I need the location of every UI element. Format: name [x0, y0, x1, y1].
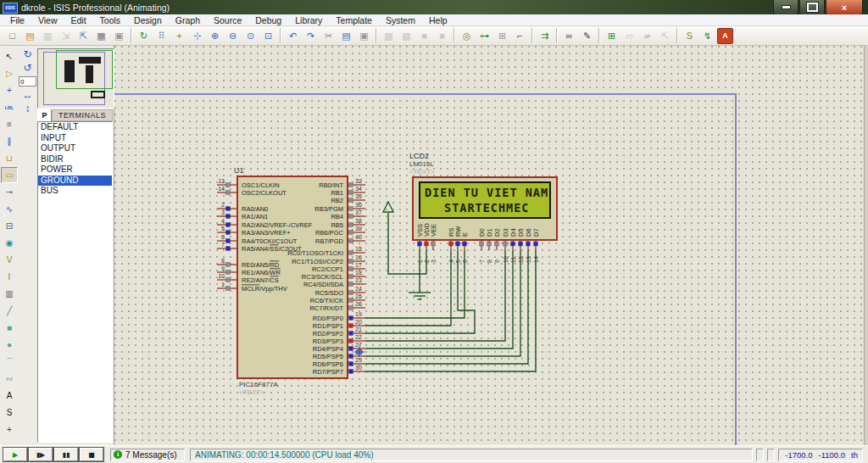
exit-to-parent-button[interactable]: ⇱: [657, 28, 673, 44]
toggle-grid-button[interactable]: ⠿: [153, 28, 170, 44]
junction-dot-mode-icon[interactable]: +: [1, 82, 18, 98]
cut-button[interactable]: ✂: [320, 28, 337, 44]
undo-button[interactable]: ↶: [285, 28, 301, 44]
virtual-instruments-mode-icon[interactable]: ▥: [1, 286, 18, 302]
power-terminal[interactable]: [383, 202, 393, 212]
save-design-button[interactable]: ▥: [40, 28, 56, 44]
message-panel[interactable]: i 7 Message(s): [110, 449, 185, 461]
current-probe-mode-icon[interactable]: I: [1, 269, 18, 285]
property-assignment-button[interactable]: ✎: [579, 28, 595, 44]
step-button[interactable]: ▮▶: [29, 448, 53, 461]
origin-button[interactable]: +: [171, 28, 187, 44]
print-button[interactable]: ▦: [93, 28, 109, 44]
remove-sheet-button[interactable]: ▰: [639, 28, 655, 44]
electrical-rule-check-button[interactable]: ↯: [699, 28, 715, 44]
redo-button[interactable]: ↷: [303, 28, 319, 44]
new-sheet-button[interactable]: ▱: [621, 28, 637, 44]
menu-template[interactable]: Template: [329, 14, 379, 26]
export-section-button[interactable]: ⇱: [75, 28, 92, 44]
minimize-button[interactable]: [773, 0, 798, 15]
buses-mode-icon[interactable]: ∥: [1, 133, 18, 149]
play-button[interactable]: ▶: [3, 448, 27, 461]
packaging-tool-button[interactable]: ⊞: [494, 28, 510, 44]
menu-debug[interactable]: Debug: [248, 14, 288, 26]
mirror-vertical-button[interactable]: ↕: [20, 102, 36, 115]
graphics-circle-mode-icon[interactable]: ●: [1, 337, 18, 353]
redraw-button[interactable]: ↻: [136, 28, 152, 44]
rotation-angle-input[interactable]: [19, 76, 36, 86]
wire-d6-rd6[interactable]: [365, 250, 528, 364]
close-button[interactable]: ×: [826, 0, 863, 15]
paste-button[interactable]: ▣: [356, 28, 372, 44]
generator-mode-icon[interactable]: ◉: [1, 235, 18, 251]
bill-of-materials-button[interactable]: S: [682, 28, 698, 44]
terminal-item-bus[interactable]: BUS: [38, 186, 112, 197]
zoom-all-button[interactable]: ⊙: [242, 28, 259, 44]
overview-minimap[interactable]: [37, 48, 114, 109]
terminals-mode-icon[interactable]: ▭: [1, 167, 18, 183]
menu-edit[interactable]: Edit: [64, 14, 93, 26]
stop-button[interactable]: ■: [80, 448, 103, 461]
pick-parts-button[interactable]: ◎: [459, 28, 475, 44]
terminal-item-power[interactable]: POWER: [38, 165, 112, 176]
graphics-markers-mode-icon[interactable]: +: [1, 421, 18, 438]
block-delete-button[interactable]: ■: [434, 28, 450, 44]
new-design-button[interactable]: □: [4, 28, 20, 44]
voltage-probe-mode-icon[interactable]: V: [1, 252, 18, 268]
graphics-arc-mode-icon[interactable]: ⌒: [1, 354, 18, 370]
mirror-horizontal-button[interactable]: ↔: [20, 88, 36, 102]
zoom-area-button[interactable]: ⊡: [260, 28, 276, 44]
wire-label-mode-icon[interactable]: LBL: [1, 99, 18, 115]
block-move-button[interactable]: ▩: [398, 28, 415, 44]
device-pins-mode-icon[interactable]: ⊸: [1, 184, 18, 200]
component-mode-icon[interactable]: ▷: [1, 65, 18, 81]
wire-d3-rd3[interactable]: [365, 250, 505, 341]
graph-mode-icon[interactable]: ∿: [1, 201, 18, 217]
menu-view[interactable]: View: [31, 14, 64, 26]
import-section-button[interactable]: ⇲: [58, 28, 74, 44]
rotate-clockwise-button[interactable]: ↻: [20, 47, 36, 61]
menu-file[interactable]: File: [3, 14, 31, 26]
selection-tool-icon[interactable]: ↖: [1, 48, 18, 64]
search-tag-button[interactable]: ∞: [561, 28, 577, 44]
open-design-button[interactable]: ▤: [22, 28, 38, 44]
pause-button[interactable]: ▮▮: [54, 448, 78, 461]
terminal-item-ground[interactable]: GROUND: [38, 176, 112, 187]
netlist-to-ares-button[interactable]: A: [717, 28, 733, 44]
graphics-text-mode-icon[interactable]: A: [1, 388, 18, 404]
subcircuit-mode-icon[interactable]: ⊔: [1, 150, 18, 166]
graphics-symbol-mode-icon[interactable]: S: [1, 404, 18, 421]
menu-design[interactable]: Design: [127, 14, 169, 26]
tape-recorder-mode-icon[interactable]: ⊟: [1, 218, 18, 234]
schematic-canvas[interactable]: U1PIC16F877A<TEXT>13OSC1/CLKIN14OSC2/CLK…: [114, 46, 865, 445]
menu-graph[interactable]: Graph: [169, 14, 207, 26]
graphics-box-mode-icon[interactable]: ■: [1, 320, 18, 336]
pick-devices-button[interactable]: P: [37, 109, 52, 122]
terminal-item-bidir[interactable]: BIDIR: [38, 154, 112, 165]
terminal-item-output[interactable]: OUTPUT: [38, 143, 112, 154]
wire-rs-rd1[interactable]: [365, 250, 451, 326]
menu-help[interactable]: Help: [422, 14, 454, 26]
menu-system[interactable]: System: [379, 14, 422, 26]
block-copy-button[interactable]: ▩: [381, 28, 397, 44]
wire-autorouter-button[interactable]: ⇉: [537, 28, 553, 44]
terminal-item-input[interactable]: INPUT: [38, 133, 112, 144]
copy-button[interactable]: ▤: [338, 28, 354, 44]
pan-button[interactable]: ⊹: [189, 28, 205, 44]
design-explorer-button[interactable]: ⊞: [604, 28, 620, 44]
block-rotate-button[interactable]: ■: [416, 28, 432, 44]
decompose-button[interactable]: ⌐: [512, 28, 528, 44]
text-script-mode-icon[interactable]: ≡: [1, 116, 18, 132]
rotate-anticlockwise-button[interactable]: ↺: [20, 61, 36, 75]
maximize-button[interactable]: [799, 0, 825, 15]
menu-library[interactable]: Library: [288, 14, 329, 26]
menu-tools[interactable]: Tools: [93, 14, 128, 26]
make-device-button[interactable]: ⊶: [476, 28, 492, 44]
graphics-line-mode-icon[interactable]: ╱: [1, 303, 18, 319]
mark-output-area-button[interactable]: ▣: [111, 28, 127, 44]
zoom-out-button[interactable]: ⊖: [225, 28, 241, 44]
graphics-path-mode-icon[interactable]: ∾: [1, 371, 18, 387]
zoom-in-button[interactable]: ⊕: [207, 28, 223, 44]
terminal-item-default[interactable]: DEFAULT: [38, 122, 112, 133]
menu-source[interactable]: Source: [207, 14, 248, 26]
